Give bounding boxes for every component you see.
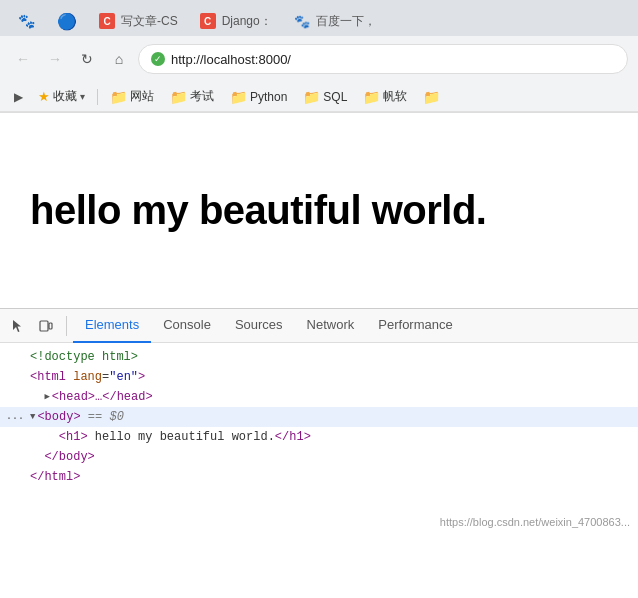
- code-dollar: == $0: [81, 408, 124, 426]
- bookmark-kaoshi[interactable]: 📁 考试: [164, 86, 220, 107]
- code-head: <head>…</head>: [52, 388, 153, 406]
- code-line-5: <h1> hello my beautiful world.</h1>: [0, 427, 638, 447]
- code-line-3: ▶ <head>…</head>: [0, 387, 638, 407]
- code-line-1: <!doctype html>: [0, 347, 638, 367]
- tab-3[interactable]: 🐾 百度一下，: [284, 6, 386, 36]
- tab-network[interactable]: Network: [295, 309, 367, 343]
- tab-elements[interactable]: Elements: [73, 309, 151, 343]
- bm-separator-1: [97, 89, 98, 105]
- tab-2[interactable]: C Django：: [190, 6, 282, 36]
- tab-sources[interactable]: Sources: [223, 309, 295, 343]
- page-content: hello my beautiful world.: [0, 113, 638, 308]
- folder-icon-4: 📁: [303, 89, 320, 105]
- tab-favicon-1: C: [99, 13, 115, 29]
- code-line-7: </html>: [0, 467, 638, 487]
- code-line-4[interactable]: ... ▼ <body> == $0: [0, 407, 638, 427]
- tab-console-label: Console: [163, 317, 211, 332]
- bookmark-favorites[interactable]: ★ 收藏 ▾: [32, 86, 91, 107]
- devtools-cursor-icon[interactable]: [4, 312, 32, 340]
- back-button[interactable]: ←: [10, 46, 36, 72]
- code-html-close: </html>: [30, 468, 80, 486]
- code-line-6: </body>: [0, 447, 638, 467]
- bookmark-more[interactable]: 📁: [417, 87, 446, 107]
- bookmarks-bar: ▶ ★ 收藏 ▾ 📁 网站 📁 考试 📁 Python 📁 SQL 📁 帆软 📁: [0, 82, 638, 112]
- devtools: Elements Console Sources Network Perform…: [0, 308, 638, 530]
- devtools-device-icon[interactable]: [32, 312, 60, 340]
- bookmark-label-favorites: 收藏: [53, 88, 77, 105]
- tab-logo-emoji: 🐾: [18, 13, 35, 29]
- tab-label-1: 写文章-CS: [121, 13, 178, 30]
- code-h1-text: hello my beautiful world.: [88, 428, 275, 446]
- expand-head-icon[interactable]: ▶: [44, 388, 49, 406]
- tab-nav-icon: 🔵: [57, 12, 77, 31]
- bookmark-label-kaoshi: 考试: [190, 88, 214, 105]
- devtools-code-panel: <!doctype html> <html lang="en"> ▶ <head…: [0, 343, 638, 530]
- tab-favicon-2: C: [200, 13, 216, 29]
- tab-label-3: 百度一下，: [316, 13, 376, 30]
- devtools-tab-separator: [66, 316, 67, 336]
- devtools-tabs: Elements Console Sources Network Perform…: [0, 309, 638, 343]
- browser-chrome: 🐾 🔵 C 写文章-CS C Django： 🐾 百度一下， ← → ↻ ⌂ ✓…: [0, 0, 638, 113]
- tab-1[interactable]: C 写文章-CS: [89, 6, 188, 36]
- code-h1-close: </h1>: [275, 428, 311, 446]
- code-lang-val: "en": [109, 368, 138, 386]
- tab-network-label: Network: [307, 317, 355, 332]
- bookmark-fanruan[interactable]: 📁 帆软: [357, 86, 413, 107]
- tab-favicon-3: 🐾: [294, 13, 310, 29]
- code-eq: =: [102, 368, 109, 386]
- tab-nav-arrow[interactable]: 🔵: [47, 6, 87, 36]
- bookmark-label-fanruan: 帆软: [383, 88, 407, 105]
- bookmark-sql[interactable]: 📁 SQL: [297, 87, 353, 107]
- gutter-4: ...: [0, 408, 30, 426]
- tab-elements-label: Elements: [85, 317, 139, 332]
- code-h1-open: <h1>: [59, 428, 88, 446]
- folder-icon-3: 📁: [230, 89, 247, 105]
- code-html-close-bracket: >: [138, 368, 145, 386]
- bookmark-label-python: Python: [250, 90, 287, 104]
- tab-label-2: Django：: [222, 13, 272, 30]
- code-lang-attr: lang: [73, 368, 102, 386]
- secure-icon: ✓: [151, 52, 165, 66]
- code-line-2: <html lang="en">: [0, 367, 638, 387]
- code-html-open: <html: [30, 368, 73, 386]
- url-box[interactable]: ✓ http://localhost:8000/: [138, 44, 628, 74]
- code-body-tag: <body>: [37, 408, 80, 426]
- svg-rect-2: [49, 323, 52, 329]
- dropdown-icon: ▾: [80, 91, 85, 102]
- folder-icon-more: 📁: [423, 89, 440, 105]
- page-heading: hello my beautiful world.: [30, 188, 486, 233]
- tab-performance[interactable]: Performance: [366, 309, 464, 343]
- bookmarks-toggle[interactable]: ▶: [8, 87, 28, 107]
- home-button[interactable]: ⌂: [106, 46, 132, 72]
- code-doctype: <!doctype html>: [30, 348, 138, 366]
- tab-logo[interactable]: 🐾: [8, 6, 45, 36]
- forward-button[interactable]: →: [42, 46, 68, 72]
- tab-bar: 🐾 🔵 C 写文章-CS C Django： 🐾 百度一下，: [0, 0, 638, 36]
- bookmark-label-sql: SQL: [323, 90, 347, 104]
- devtools-watermark: https://blog.csdn.net/weixin_4700863...: [440, 516, 630, 528]
- collapse-body-icon[interactable]: ▼: [30, 408, 35, 426]
- tab-console[interactable]: Console: [151, 309, 223, 343]
- star-icon: ★: [38, 89, 50, 104]
- svg-rect-1: [40, 321, 48, 331]
- url-text: http://localhost:8000/: [171, 52, 291, 67]
- folder-icon-5: 📁: [363, 89, 380, 105]
- svg-marker-0: [13, 320, 21, 332]
- folder-icon-1: 📁: [110, 89, 127, 105]
- tab-performance-label: Performance: [378, 317, 452, 332]
- code-body-close: </body>: [44, 448, 94, 466]
- folder-icon-2: 📁: [170, 89, 187, 105]
- bookmark-label-wangzhan: 网站: [130, 88, 154, 105]
- tab-sources-label: Sources: [235, 317, 283, 332]
- bookmark-python[interactable]: 📁 Python: [224, 87, 293, 107]
- reload-button[interactable]: ↻: [74, 46, 100, 72]
- address-bar: ← → ↻ ⌂ ✓ http://localhost:8000/: [0, 36, 638, 82]
- bookmark-wangzhan[interactable]: 📁 网站: [104, 86, 160, 107]
